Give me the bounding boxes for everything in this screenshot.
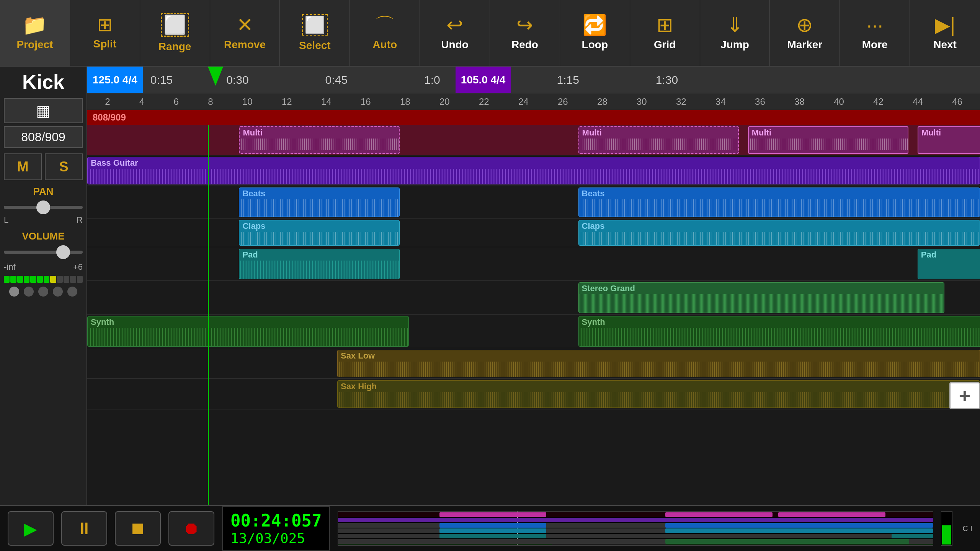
volume-thumb[interactable] (56, 245, 70, 259)
clip-beats-1-label: Beats (239, 188, 399, 199)
mini-clip-2 (338, 518, 933, 522)
vu-bar-12 (77, 276, 83, 283)
clip-synth-2[interactable]: Synth (578, 316, 980, 347)
clip-sax-low[interactable]: Sax Low (337, 350, 980, 377)
toolbar-redo[interactable]: ↪ Redo (490, 0, 560, 66)
level-bar-green (942, 525, 951, 544)
clip-synth-1[interactable]: Synth (87, 316, 409, 347)
next-label: Next (933, 39, 957, 51)
record-button[interactable]: ⏺ (168, 511, 214, 546)
auto-icon: ⌒ (375, 15, 395, 35)
solo-button[interactable]: S (45, 153, 83, 180)
track-id-button[interactable]: 808/909 (4, 126, 83, 148)
mini-track-7 (338, 544, 933, 546)
volume-slider[interactable] (4, 245, 83, 260)
clip-sax-high[interactable]: Sax High (337, 380, 980, 408)
mini-timeline[interactable] (338, 511, 933, 546)
select-icon: ⬜ (302, 14, 328, 36)
toolbar-project[interactable]: 📁 Project (0, 0, 70, 66)
clip-claps-1[interactable]: Claps (239, 220, 400, 246)
add-clip-button[interactable]: + (949, 382, 980, 409)
left-panel: Kick ▦ 808/909 M S PAN L R VOLUME -inf (0, 67, 87, 505)
clip-beats-1[interactable]: Beats (239, 187, 400, 217)
track-row-pad: Pad Pad (87, 247, 980, 281)
toolbar-split[interactable]: ⊞ Split (70, 0, 140, 66)
vu-bar-3 (17, 276, 23, 283)
clip-stereo-grand[interactable]: Stereo Grand (578, 282, 944, 313)
fx-dots-row (4, 287, 83, 297)
track-row-sax-high: Sax High + (87, 379, 980, 409)
beat-20: 20 (439, 96, 450, 107)
beat-38: 38 (794, 96, 805, 107)
fx-dot-3[interactable] (38, 287, 48, 297)
clip-multi-4[interactable]: Multi (918, 126, 980, 154)
toolbar-jump[interactable]: ⇓ Jump (700, 0, 770, 66)
fx-dot-5[interactable] (67, 287, 77, 297)
toolbar-range[interactable]: ⬜ Range (140, 0, 210, 66)
remove-label: Remove (224, 39, 266, 51)
pause-button[interactable]: ⏸ (61, 511, 107, 546)
toolbar-auto[interactable]: ⌒ Auto (350, 0, 420, 66)
pan-thumb[interactable] (36, 201, 50, 214)
folder-icon: 📁 (22, 15, 47, 35)
fx-dot-2[interactable] (24, 287, 34, 297)
mini-clip-4b (665, 528, 933, 533)
tempo-badge-purple: 105.0 4/4 (456, 67, 511, 93)
more-label: More (862, 39, 888, 51)
clip-beats-2[interactable]: Beats (578, 187, 980, 217)
ci-label: C I (962, 524, 972, 533)
clip-claps-2[interactable]: Claps (578, 220, 980, 246)
section-label-bar: 808/909 (87, 110, 980, 125)
volume-track (4, 251, 83, 254)
mute-button[interactable]: M (4, 153, 42, 180)
grid-label: Grid (654, 39, 676, 51)
track-row-claps: Claps Claps (87, 218, 980, 247)
toolbar-grid[interactable]: ⊞ Grid (630, 0, 700, 66)
beat-36: 36 (755, 96, 765, 107)
auto-label: Auto (372, 39, 397, 51)
toolbar-loop[interactable]: 🔁 Loop (560, 0, 630, 66)
pan-slider[interactable]: L R (4, 200, 83, 228)
volume-label: VOLUME (4, 230, 83, 242)
clip-multi-3[interactable]: Multi (748, 126, 909, 154)
pan-right-label: R (77, 215, 83, 225)
toolbar-more[interactable]: ··· More (840, 0, 910, 66)
stop-button[interactable]: ⏹ (115, 511, 161, 546)
vu-bar-9 (57, 276, 63, 283)
drum-pattern-button[interactable]: ▦ (4, 98, 83, 123)
play-button[interactable]: ▶ (8, 511, 54, 546)
ruler[interactable]: 125.0 4/4 0:15 0:30 0:45 1:0 105.0 4/4 1… (87, 67, 980, 93)
mini-clip-7b (665, 544, 933, 546)
marker-label: Marker (787, 39, 822, 51)
ruler-time-130: 1:30 (648, 73, 686, 86)
mini-clip-1c (778, 512, 885, 517)
clip-claps-1-wave (239, 232, 399, 245)
clip-multi-2[interactable]: Multi (578, 126, 739, 154)
beat-18: 18 (400, 96, 410, 107)
track-row-stereo-grand: Stereo Grand (87, 281, 980, 315)
fx-dot-1[interactable] (9, 287, 19, 297)
beat-10: 10 (242, 96, 253, 107)
toolbar-remove[interactable]: ✕ Remove (210, 0, 280, 66)
toolbar-marker[interactable]: ⊕ Marker (770, 0, 840, 66)
track-row-drums: Multi Multi Multi Multi (87, 125, 980, 155)
clip-claps-2-label: Claps (579, 220, 980, 232)
clip-synth-2-wave (579, 328, 980, 346)
range-icon: ⬜ (161, 13, 189, 37)
beat-34: 34 (715, 96, 726, 107)
toolbar-next[interactable]: ▶| Next (910, 0, 980, 66)
tracks-container: Multi Multi Multi Multi (87, 125, 980, 505)
ruler-time-115: 1:15 (549, 73, 586, 86)
clip-sax-low-label: Sax Low (338, 350, 980, 362)
mini-clip-5a (439, 534, 547, 538)
vu-bar-6 (37, 276, 43, 283)
toolbar-select[interactable]: ⬜ Select (280, 0, 350, 66)
toolbar-undo[interactable]: ↩ Undo (420, 0, 490, 66)
track-row-sax-low: Sax Low (87, 348, 980, 379)
clip-pad-1[interactable]: Pad (239, 249, 400, 279)
clip-multi-1[interactable]: Multi (239, 126, 400, 154)
fx-dot-4[interactable] (53, 287, 63, 297)
remove-icon: ✕ (237, 15, 253, 35)
clip-pad-2[interactable]: Pad (918, 249, 980, 279)
clip-bass-guitar[interactable]: Bass Guitar (87, 157, 980, 184)
